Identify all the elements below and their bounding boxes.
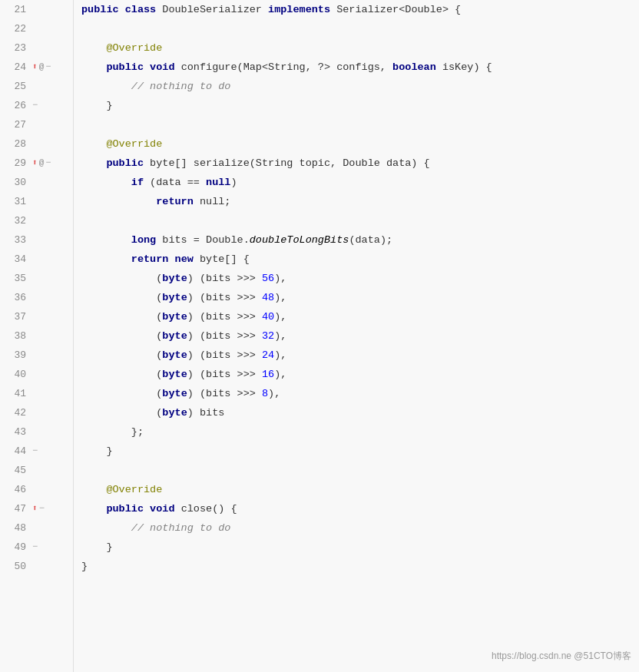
code-line: (byte) (bits >>> 8),: [81, 384, 639, 403]
line-number: 23: [0, 38, 26, 58]
code-line: @Override: [81, 480, 639, 499]
token-kw: byte: [162, 407, 187, 419]
up-icon: ⬆: [32, 63, 38, 71]
token-plain: (: [81, 388, 162, 399]
at-icon: @: [39, 58, 45, 77]
code-area: public class DoubleSerializer implements…: [74, 0, 639, 672]
code-line: long bits = Double.doubleToLongBits(data…: [81, 230, 639, 250]
token-plain: ),: [274, 273, 286, 284]
token-kw: byte: [162, 388, 187, 399]
gutter-icon-row: [32, 461, 71, 480]
code-line: (byte) (bits >>> 24),: [81, 346, 639, 365]
gutter: 2122232425262728293031323334353637383940…: [0, 0, 74, 672]
token-kw: if: [131, 177, 144, 188]
code-line: @Override: [81, 134, 639, 154]
token-kw: boolean: [392, 61, 436, 73]
token-annotation: @Override: [106, 42, 162, 54]
gutter-icon-row: [32, 192, 71, 211]
gutter-icon-row: ⬆@−: [32, 154, 71, 173]
token-kw: return: [131, 253, 169, 265]
line-numbers: 2122232425262728293031323334353637383940…: [0, 0, 31, 576]
token-kw: long: [131, 234, 156, 246]
gutter-icon-row: [32, 422, 71, 442]
fold-icon[interactable]: −: [45, 154, 51, 173]
token-kw: new: [175, 253, 194, 265]
token-kw: null: [206, 177, 230, 188]
token-plain: ),: [268, 388, 280, 399]
gutter-icon-row: [32, 19, 71, 38]
code-line: }: [81, 96, 639, 115]
gutter-icon-row: [32, 211, 71, 230]
token-kw: public class: [81, 4, 156, 15]
token-plain: DoubleSerializer: [156, 4, 268, 15]
token-plain: bits = Double.: [156, 234, 250, 246]
code-line: // nothing to do: [81, 518, 639, 538]
code-line: @Override: [81, 38, 639, 58]
line-number: 31: [0, 192, 26, 211]
code-line: [81, 19, 639, 38]
code-line: public class DoubleSerializer implements…: [81, 0, 639, 19]
token-plain: ),: [274, 292, 286, 303]
token-comment: // nothing to do: [131, 81, 231, 92]
fold-icon[interactable]: −: [32, 442, 38, 461]
token-number: 48: [262, 292, 274, 303]
token-plain: (: [81, 273, 162, 284]
gutter-icon-row: −: [32, 538, 71, 557]
line-number: 35: [0, 269, 26, 288]
line-number: 43: [0, 422, 26, 442]
gutter-icons: ⬆@−−⬆@−−⬆−−: [32, 0, 71, 576]
token-plain: [81, 157, 106, 169]
gutter-icon-row: [32, 38, 71, 58]
line-number: 48: [0, 518, 26, 538]
token-plain: [81, 484, 106, 495]
fold-icon[interactable]: −: [32, 538, 38, 557]
token-plain: (: [81, 407, 162, 419]
code-line: }: [81, 538, 639, 557]
token-plain: ),: [274, 330, 286, 342]
gutter-icon-row: [32, 173, 71, 192]
token-plain: ),: [274, 311, 286, 323]
line-number: 34: [0, 250, 26, 269]
token-kw: implements: [268, 4, 330, 15]
token-plain: [81, 253, 131, 265]
token-number: 16: [262, 369, 274, 380]
code-line: if (data == null): [81, 173, 639, 192]
gutter-icon-row: [32, 134, 71, 154]
code-line: (byte) (bits >>> 32),: [81, 326, 639, 346]
line-number: 40: [0, 365, 26, 384]
fold-icon[interactable]: −: [39, 499, 45, 518]
line-number: 38: [0, 326, 26, 346]
token-number: 32: [262, 330, 274, 342]
token-plain: [81, 61, 106, 73]
token-plain: null;: [194, 196, 231, 207]
fold-icon[interactable]: −: [45, 58, 51, 77]
line-number: 39: [0, 346, 26, 365]
token-annotation: @Override: [106, 138, 162, 150]
gutter-icon-row: −: [32, 442, 71, 461]
token-method: doubleToLongBits: [250, 234, 349, 246]
token-plain: byte[] serialize(String topic, Double da…: [144, 157, 430, 169]
gutter-icon-row: [32, 288, 71, 307]
token-kw: byte: [162, 369, 187, 380]
code-line: // nothing to do: [81, 77, 639, 96]
line-number: 44: [0, 442, 26, 461]
gutter-icon-row: [32, 115, 71, 134]
watermark: https://blog.csdn.ne @51CTO博客: [492, 647, 631, 666]
token-plain: [81, 503, 106, 515]
token-kw: public void: [106, 61, 174, 73]
code-line: (byte) (bits >>> 48),: [81, 288, 639, 307]
gutter-icon-row: [32, 0, 71, 19]
token-plain: [81, 234, 131, 246]
fold-icon[interactable]: −: [32, 96, 38, 115]
token-kw: byte: [162, 349, 187, 361]
at-icon: @: [39, 154, 45, 173]
gutter-icon-row: [32, 384, 71, 403]
token-plain: byte[] {: [194, 253, 250, 265]
line-number: 24: [0, 58, 26, 77]
code-line: };: [81, 422, 639, 442]
token-plain: }: [81, 561, 88, 572]
gutter-icon-row: −: [32, 96, 71, 115]
token-number: 8: [262, 388, 268, 399]
gutter-icon-row: ⬆−: [32, 499, 71, 518]
code-line: [81, 461, 639, 480]
